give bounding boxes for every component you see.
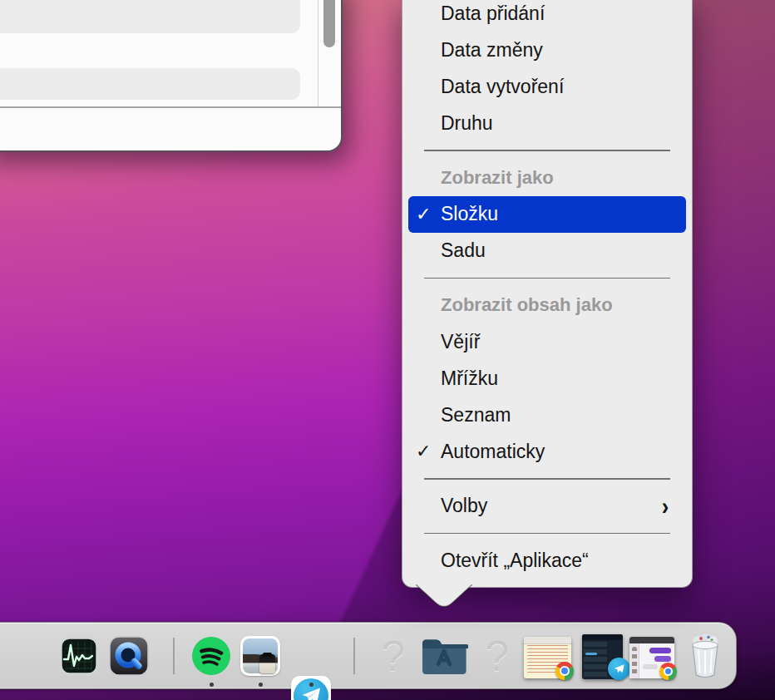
- preview-ink-bottle: [259, 654, 275, 673]
- chat-accent-line: [585, 653, 597, 655]
- dock: ? ?: [0, 622, 737, 689]
- dock-item-applications-folder[interactable]: [420, 634, 468, 679]
- menu-item-automaticky[interactable]: ✓ Automaticky: [408, 433, 686, 470]
- menu-item-sadu[interactable]: Sadu: [408, 233, 686, 269]
- spotify-icon: [191, 636, 231, 676]
- dock-item-minimized-chrome-window-1[interactable]: [524, 637, 571, 678]
- menu-item-seznam[interactable]: Seznam: [408, 397, 686, 433]
- menu-item-label: Mřížku: [441, 367, 498, 390]
- chrome-icon-center: [560, 666, 570, 676]
- quicktime-icon: [109, 636, 149, 676]
- window-footer-divider: [0, 106, 341, 108]
- dock-item-spotify[interactable]: [191, 636, 231, 679]
- menu-item-data-zmeny[interactable]: Data změny: [408, 32, 686, 68]
- question-mark-icon: ?: [382, 632, 406, 680]
- window-titlebar: [582, 634, 623, 640]
- menu-separator: [424, 278, 670, 279]
- applications-folder-icon: [420, 634, 468, 676]
- chat-list-rows: [584, 642, 607, 677]
- desktop: Data přidání Data změny Data vytvoření D…: [0, 0, 775, 700]
- running-indicator-preview: [259, 683, 263, 687]
- dock-item-minimized-telegram-window[interactable]: [582, 634, 623, 679]
- activity-monitor-icon: [60, 637, 98, 675]
- question-mark-icon: ?: [486, 632, 510, 680]
- chrome-icon: [659, 663, 677, 680]
- menu-section-header-zobrazit-obsah-jako: Zobrazit obsah jako: [408, 287, 686, 323]
- menu-item-slozku[interactable]: ✓ Složku: [408, 196, 686, 233]
- chat-bubble-purple: [654, 656, 671, 662]
- preview-bottle-cap: [263, 653, 272, 657]
- menu-separator: [424, 533, 670, 535]
- contact-avatars: [632, 647, 637, 675]
- dock-item-minimized-chrome-window-2[interactable]: [629, 637, 674, 678]
- menu-separator: [424, 478, 670, 480]
- dock-item-missing-app-1[interactable]: ?: [377, 633, 410, 679]
- dock-separator: [173, 638, 175, 674]
- chrome-icon: [555, 662, 574, 680]
- menu-separator: [424, 150, 670, 151]
- menu-item-label: Vějíř: [441, 331, 480, 353]
- menu-item-label: Data přidání: [441, 2, 545, 25]
- running-indicator-spotify: [210, 683, 214, 687]
- menu-item-vejir[interactable]: Vějíř: [408, 323, 686, 360]
- menu-item-label: Sadu: [441, 239, 486, 262]
- telegram-icon-badge: [608, 658, 630, 680]
- menu-item-data-pridani[interactable]: Data přidání: [408, 0, 686, 32]
- dock-item-missing-app-2[interactable]: ?: [481, 633, 514, 679]
- menu-item-druhu[interactable]: Druhu: [408, 105, 686, 141]
- window-toolbar: [524, 637, 571, 644]
- dock-context-menu: Data přidání Data změny Data vytvoření D…: [402, 0, 693, 588]
- dock-item-trash[interactable]: [686, 633, 724, 684]
- background-window[interactable]: [0, 0, 343, 152]
- menu-item-label: Automaticky: [441, 441, 545, 463]
- menu-section-header-zobrazit-jako: Zobrazit jako: [408, 160, 686, 196]
- checkmark-icon: ✓: [416, 433, 431, 470]
- menu-item-data-vytvoreni[interactable]: Data vytvoření: [408, 68, 686, 105]
- menu-item-label: Data vytvoření: [441, 76, 564, 98]
- scrollbar-track-divider: [318, 0, 318, 106]
- menu-item-label: Data změny: [441, 39, 543, 62]
- menu-item-label: Seznam: [441, 404, 511, 426]
- chat-bubble-purple: [649, 648, 671, 653]
- checkmark-icon: ✓: [416, 196, 431, 233]
- chat-bubble-gray: [643, 664, 658, 669]
- chrome-icon-center: [664, 667, 674, 677]
- list-item[interactable]: [0, 0, 300, 33]
- running-indicator-telegram: [309, 683, 313, 687]
- menu-pointer-tail: [416, 584, 472, 613]
- menu-item-label: Složku: [441, 203, 498, 225]
- list-item[interactable]: [0, 68, 300, 100]
- dock-item-quicktime-player[interactable]: [109, 636, 149, 679]
- menu-item-otevrit-aplikace[interactable]: Otevřít „Aplikace“: [408, 542, 686, 579]
- trash-full-icon: [686, 633, 724, 681]
- dock-separator: [353, 638, 355, 674]
- menu-item-label: Volby: [441, 495, 487, 517]
- menu-item-volby[interactable]: Volby ›: [408, 488, 686, 525]
- menu-item-label: Otevřít „Aplikace“: [441, 550, 589, 572]
- telegram-plane-icon: [291, 676, 331, 700]
- dock-item-preview[interactable]: [240, 636, 280, 676]
- scrollbar-thumb[interactable]: [323, 0, 335, 47]
- window-toolbar-dark: [629, 637, 674, 643]
- dock-item-activity-monitor[interactable]: [60, 637, 98, 678]
- dock-item-telegram[interactable]: [291, 676, 331, 700]
- menu-item-mrizku[interactable]: Mřížku: [408, 360, 686, 397]
- menu-item-label: Druhu: [441, 112, 493, 135]
- submenu-chevron-icon: ›: [662, 488, 669, 525]
